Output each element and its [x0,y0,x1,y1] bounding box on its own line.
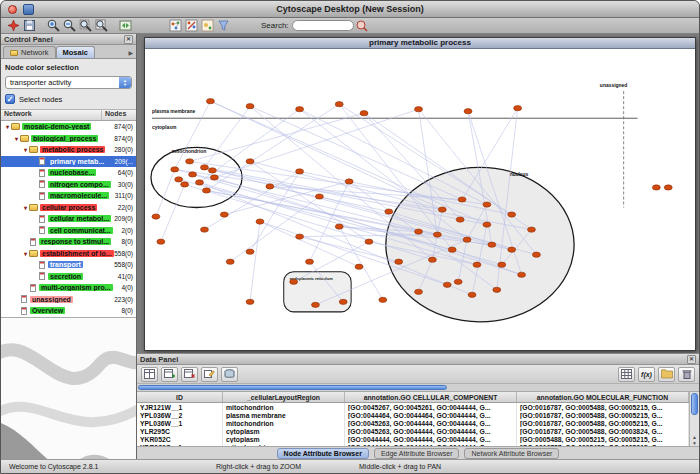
network-node[interactable] [483,222,491,227]
data-panel-header[interactable]: Data Panel ✕ [137,354,699,365]
network-node[interactable] [226,259,234,264]
network-node[interactable] [171,167,179,172]
network-node[interactable] [428,257,436,262]
network-node[interactable] [335,224,343,229]
hscroll-thumb[interactable] [138,385,447,390]
tree-row[interactable]: nitrogen compo...30(0) [1,179,136,191]
color-attribute-select[interactable]: transporter activity ▲▼ [5,76,132,89]
network-node[interactable] [290,279,298,284]
network-node[interactable] [664,185,672,190]
filter-icon[interactable] [215,19,231,33]
tree-row[interactable]: secretion41(0) [1,271,136,283]
tab-network-attribute-browser[interactable]: Network Attribute Browser [464,448,559,459]
network-node[interactable] [483,202,491,207]
trash-icon[interactable] [678,367,695,382]
new-network-view-icon[interactable] [167,19,183,33]
network-node[interactable] [246,299,254,304]
tree-expander-icon[interactable]: ▾ [22,250,29,257]
network-node[interactable] [175,177,183,182]
tree-row[interactable]: ▾biological_process874(0) [1,133,136,145]
close-data-panel-icon[interactable]: ✕ [687,355,696,364]
network-node[interactable] [508,247,516,252]
network-node[interactable] [206,99,214,104]
network-node[interactable] [473,262,481,267]
tree-row[interactable]: Overview8(0) [1,305,136,317]
tree-expander-icon[interactable]: ▾ [13,135,20,142]
network-node[interactable] [415,289,423,294]
network-node[interactable] [339,299,347,304]
matrix-icon[interactable] [618,367,635,382]
tree-header-nodes[interactable]: Nodes [102,110,136,120]
tree-row[interactable]: unassigned223(0) [1,294,136,306]
network-node[interactable] [256,219,264,224]
network-node[interactable] [488,242,496,247]
network-node[interactable] [518,272,526,277]
table-row[interactable]: YPL036W__1mitochondrion[GO:0045263, GO:0… [137,419,689,427]
table-row[interactable]: YPL036W__2plasma membrane[GO:0044464, GO… [137,411,689,419]
tree-row[interactable]: ▾mosaic-demo-yeast874(0) [1,121,136,133]
network-node[interactable] [464,109,472,114]
vscroll-arrows-icon[interactable]: ▲▼ [690,434,699,446]
network-node[interactable] [415,107,423,112]
tree-row[interactable]: multi-organism pro...4(0) [1,282,136,294]
tree-row[interactable]: macromolecule...311(0) [1,190,136,202]
network-node[interactable] [345,179,353,184]
network-node[interactable] [296,107,304,112]
hide-selection-icon[interactable] [117,19,133,33]
network-node[interactable] [152,214,160,219]
column-header-molecular-function[interactable]: annotation.GO MOLECULAR_FUNCTION [517,392,689,402]
table-row[interactable]: YJR121W__1mitochondrion[GO:0045267, GO:0… [137,403,689,411]
tree-expander-icon[interactable]: ▾ [22,204,29,211]
network-node[interactable] [493,287,501,292]
tree-row[interactable]: transport558(0) [1,259,136,271]
zoom-fit-icon[interactable] [93,19,109,33]
network-node[interactable] [448,247,456,252]
zoom-out-icon[interactable] [61,19,77,33]
network-node[interactable] [210,175,218,180]
network-canvas[interactable]: plasma membrane cytoplasm mitochondrion … [145,49,695,350]
network-node[interactable] [186,159,194,164]
rename-attribute-icon[interactable] [201,367,218,382]
network-node[interactable] [200,165,208,170]
tree-row[interactable]: ▾establishment of lo...558(0) [1,248,136,260]
create-attribute-icon[interactable] [161,367,178,382]
tree-expander-icon[interactable]: ▾ [4,123,11,130]
table-row[interactable]: YKR052Ccytoplasm[GO:0044444, GO:0044444,… [137,435,689,443]
network-node[interactable] [181,182,189,187]
network-node[interactable] [498,262,506,267]
tree-row[interactable]: cellular metabol...209(0) [1,213,136,225]
network-node[interactable] [415,229,423,234]
column-header-cellular-component[interactable]: annotation.GO CELLULAR_COMPONENT [345,392,517,402]
network-node[interactable] [458,197,466,202]
birdseye-view[interactable] [1,317,136,460]
combo-arrows-icon[interactable]: ▲▼ [119,77,131,88]
select-attributes-icon[interactable] [141,367,158,382]
open-folder-icon[interactable] [658,367,675,382]
network-node[interactable] [514,106,522,111]
network-node[interactable] [379,297,387,302]
tree-row[interactable]: ▾cellular process22(0) [1,202,136,214]
table-row[interactable]: YLR295Ccytoplasm[GO:0045263, GO:0044444,… [137,427,689,435]
zoom-selected-icon[interactable] [77,19,93,33]
network-node[interactable] [246,159,254,164]
network-node[interactable] [454,279,462,284]
table-horizontal-scrollbar[interactable] [137,384,699,392]
select-nodes-checkbox[interactable]: ✓ [5,94,15,104]
import-table-icon[interactable] [221,367,238,382]
tree-row[interactable]: primary metab...209(... [1,156,136,168]
tab-mosaic[interactable]: Mosaic [56,46,95,58]
network-node[interactable] [311,302,319,307]
network-node[interactable] [200,227,208,232]
network-node[interactable] [157,239,165,244]
close-panel-icon[interactable]: ✕ [124,35,133,44]
tree-header-network[interactable]: Network [1,110,102,120]
vizmapper-icon[interactable] [199,19,215,33]
network-node[interactable] [296,234,304,239]
network-node[interactable] [315,194,323,199]
tree-expander-icon[interactable]: ▾ [22,146,29,153]
network-node[interactable] [208,168,216,173]
network-node[interactable] [296,169,304,174]
network-node[interactable] [652,185,660,190]
table-vertical-scrollbar[interactable]: ▲▼ [689,392,699,446]
network-node[interactable] [532,252,540,257]
